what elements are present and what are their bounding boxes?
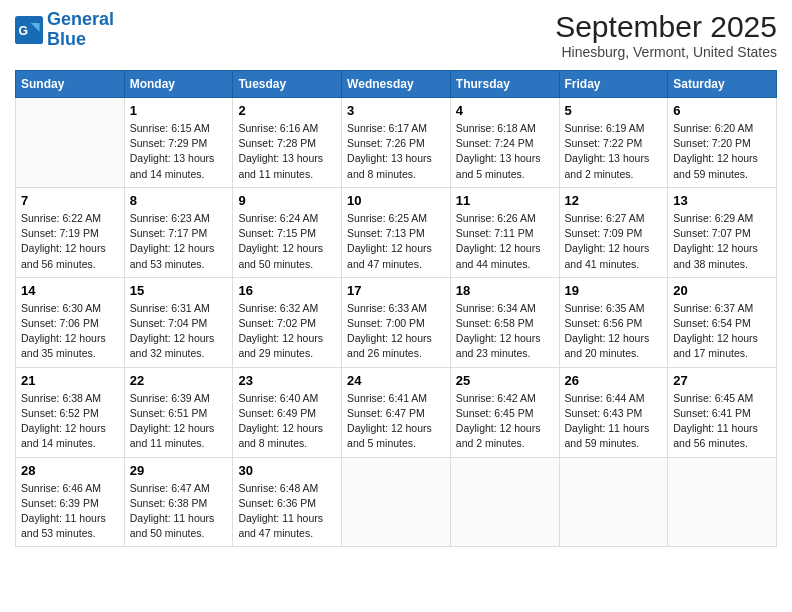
calendar-cell: 12Sunrise: 6:27 AMSunset: 7:09 PMDayligh… [559, 187, 668, 277]
day-number: 16 [238, 283, 336, 298]
day-number: 7 [21, 193, 119, 208]
day-info: Sunrise: 6:20 AMSunset: 7:20 PMDaylight:… [673, 121, 771, 182]
day-info: Sunrise: 6:27 AMSunset: 7:09 PMDaylight:… [565, 211, 663, 272]
calendar-week-row: 14Sunrise: 6:30 AMSunset: 7:06 PMDayligh… [16, 277, 777, 367]
day-info: Sunrise: 6:16 AMSunset: 7:28 PMDaylight:… [238, 121, 336, 182]
calendar-cell: 13Sunrise: 6:29 AMSunset: 7:07 PMDayligh… [668, 187, 777, 277]
calendar-cell: 23Sunrise: 6:40 AMSunset: 6:49 PMDayligh… [233, 367, 342, 457]
day-number: 10 [347, 193, 445, 208]
month-title: September 2025 [555, 10, 777, 44]
calendar-cell: 19Sunrise: 6:35 AMSunset: 6:56 PMDayligh… [559, 277, 668, 367]
page-header: G General Blue September 2025 Hinesburg,… [15, 10, 777, 60]
day-info: Sunrise: 6:39 AMSunset: 6:51 PMDaylight:… [130, 391, 228, 452]
calendar-cell: 25Sunrise: 6:42 AMSunset: 6:45 PMDayligh… [450, 367, 559, 457]
day-number: 18 [456, 283, 554, 298]
calendar-cell: 26Sunrise: 6:44 AMSunset: 6:43 PMDayligh… [559, 367, 668, 457]
calendar-cell: 18Sunrise: 6:34 AMSunset: 6:58 PMDayligh… [450, 277, 559, 367]
day-info: Sunrise: 6:17 AMSunset: 7:26 PMDaylight:… [347, 121, 445, 182]
calendar-cell [668, 457, 777, 547]
weekday-header: Monday [124, 71, 233, 98]
calendar-cell: 2Sunrise: 6:16 AMSunset: 7:28 PMDaylight… [233, 98, 342, 188]
day-info: Sunrise: 6:48 AMSunset: 6:36 PMDaylight:… [238, 481, 336, 542]
day-info: Sunrise: 6:45 AMSunset: 6:41 PMDaylight:… [673, 391, 771, 452]
day-number: 20 [673, 283, 771, 298]
calendar-cell: 8Sunrise: 6:23 AMSunset: 7:17 PMDaylight… [124, 187, 233, 277]
calendar-table: SundayMondayTuesdayWednesdayThursdayFrid… [15, 70, 777, 547]
weekday-header-row: SundayMondayTuesdayWednesdayThursdayFrid… [16, 71, 777, 98]
day-number: 2 [238, 103, 336, 118]
calendar-cell: 16Sunrise: 6:32 AMSunset: 7:02 PMDayligh… [233, 277, 342, 367]
calendar-cell: 6Sunrise: 6:20 AMSunset: 7:20 PMDaylight… [668, 98, 777, 188]
day-info: Sunrise: 6:33 AMSunset: 7:00 PMDaylight:… [347, 301, 445, 362]
day-number: 26 [565, 373, 663, 388]
day-number: 3 [347, 103, 445, 118]
weekday-header: Saturday [668, 71, 777, 98]
calendar-cell [16, 98, 125, 188]
calendar-cell: 1Sunrise: 6:15 AMSunset: 7:29 PMDaylight… [124, 98, 233, 188]
day-number: 22 [130, 373, 228, 388]
calendar-cell [450, 457, 559, 547]
calendar-cell: 29Sunrise: 6:47 AMSunset: 6:38 PMDayligh… [124, 457, 233, 547]
calendar-cell [342, 457, 451, 547]
day-info: Sunrise: 6:30 AMSunset: 7:06 PMDaylight:… [21, 301, 119, 362]
title-block: September 2025 Hinesburg, Vermont, Unite… [555, 10, 777, 60]
calendar-cell: 3Sunrise: 6:17 AMSunset: 7:26 PMDaylight… [342, 98, 451, 188]
calendar-cell: 27Sunrise: 6:45 AMSunset: 6:41 PMDayligh… [668, 367, 777, 457]
day-info: Sunrise: 6:22 AMSunset: 7:19 PMDaylight:… [21, 211, 119, 272]
location-text: Hinesburg, Vermont, United States [555, 44, 777, 60]
calendar-cell: 22Sunrise: 6:39 AMSunset: 6:51 PMDayligh… [124, 367, 233, 457]
calendar-week-row: 21Sunrise: 6:38 AMSunset: 6:52 PMDayligh… [16, 367, 777, 457]
day-info: Sunrise: 6:19 AMSunset: 7:22 PMDaylight:… [565, 121, 663, 182]
day-number: 9 [238, 193, 336, 208]
calendar-week-row: 7Sunrise: 6:22 AMSunset: 7:19 PMDaylight… [16, 187, 777, 277]
calendar-cell: 20Sunrise: 6:37 AMSunset: 6:54 PMDayligh… [668, 277, 777, 367]
logo-text: General Blue [47, 10, 114, 50]
calendar-cell: 24Sunrise: 6:41 AMSunset: 6:47 PMDayligh… [342, 367, 451, 457]
day-number: 8 [130, 193, 228, 208]
day-number: 6 [673, 103, 771, 118]
day-number: 28 [21, 463, 119, 478]
day-number: 1 [130, 103, 228, 118]
calendar-cell: 21Sunrise: 6:38 AMSunset: 6:52 PMDayligh… [16, 367, 125, 457]
weekday-header: Tuesday [233, 71, 342, 98]
calendar-cell: 11Sunrise: 6:26 AMSunset: 7:11 PMDayligh… [450, 187, 559, 277]
day-info: Sunrise: 6:26 AMSunset: 7:11 PMDaylight:… [456, 211, 554, 272]
day-info: Sunrise: 6:25 AMSunset: 7:13 PMDaylight:… [347, 211, 445, 272]
day-info: Sunrise: 6:47 AMSunset: 6:38 PMDaylight:… [130, 481, 228, 542]
day-number: 13 [673, 193, 771, 208]
day-info: Sunrise: 6:34 AMSunset: 6:58 PMDaylight:… [456, 301, 554, 362]
day-number: 23 [238, 373, 336, 388]
day-info: Sunrise: 6:40 AMSunset: 6:49 PMDaylight:… [238, 391, 336, 452]
day-number: 17 [347, 283, 445, 298]
day-number: 15 [130, 283, 228, 298]
weekday-header: Friday [559, 71, 668, 98]
calendar-cell: 28Sunrise: 6:46 AMSunset: 6:39 PMDayligh… [16, 457, 125, 547]
day-info: Sunrise: 6:35 AMSunset: 6:56 PMDaylight:… [565, 301, 663, 362]
day-info: Sunrise: 6:31 AMSunset: 7:04 PMDaylight:… [130, 301, 228, 362]
calendar-cell: 30Sunrise: 6:48 AMSunset: 6:36 PMDayligh… [233, 457, 342, 547]
day-number: 4 [456, 103, 554, 118]
calendar-cell: 10Sunrise: 6:25 AMSunset: 7:13 PMDayligh… [342, 187, 451, 277]
day-info: Sunrise: 6:38 AMSunset: 6:52 PMDaylight:… [21, 391, 119, 452]
calendar-cell: 7Sunrise: 6:22 AMSunset: 7:19 PMDaylight… [16, 187, 125, 277]
day-number: 14 [21, 283, 119, 298]
day-number: 12 [565, 193, 663, 208]
day-number: 5 [565, 103, 663, 118]
day-number: 21 [21, 373, 119, 388]
logo-icon: G [15, 16, 43, 44]
calendar-cell: 5Sunrise: 6:19 AMSunset: 7:22 PMDaylight… [559, 98, 668, 188]
calendar-week-row: 28Sunrise: 6:46 AMSunset: 6:39 PMDayligh… [16, 457, 777, 547]
calendar-cell: 9Sunrise: 6:24 AMSunset: 7:15 PMDaylight… [233, 187, 342, 277]
day-number: 30 [238, 463, 336, 478]
day-number: 29 [130, 463, 228, 478]
day-number: 19 [565, 283, 663, 298]
day-number: 25 [456, 373, 554, 388]
logo: G General Blue [15, 10, 114, 50]
day-info: Sunrise: 6:18 AMSunset: 7:24 PMDaylight:… [456, 121, 554, 182]
day-info: Sunrise: 6:32 AMSunset: 7:02 PMDaylight:… [238, 301, 336, 362]
day-info: Sunrise: 6:44 AMSunset: 6:43 PMDaylight:… [565, 391, 663, 452]
calendar-cell: 15Sunrise: 6:31 AMSunset: 7:04 PMDayligh… [124, 277, 233, 367]
day-info: Sunrise: 6:37 AMSunset: 6:54 PMDaylight:… [673, 301, 771, 362]
calendar-cell: 14Sunrise: 6:30 AMSunset: 7:06 PMDayligh… [16, 277, 125, 367]
day-info: Sunrise: 6:15 AMSunset: 7:29 PMDaylight:… [130, 121, 228, 182]
